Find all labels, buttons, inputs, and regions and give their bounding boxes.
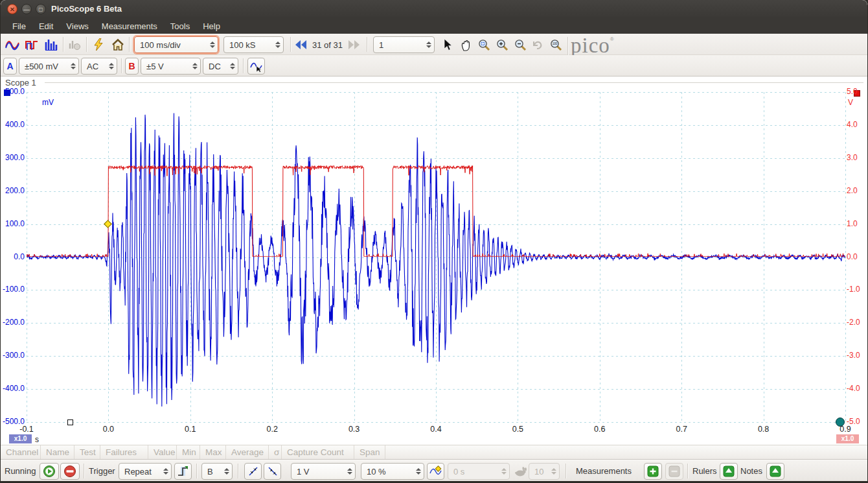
axis-tick-label: -4.0 [847,384,860,393]
notes-button[interactable] [766,463,784,480]
menu-item-help[interactable]: Help [196,19,227,33]
axis-tick-label: -100.0 [1,285,25,294]
post-trigger-spinbox[interactable]: 0 s [448,463,510,480]
maximize-button[interactable]: ▢ [36,4,46,14]
axis-tick-label: -400.0 [1,384,25,393]
menu-item-views[interactable]: Views [60,19,95,33]
spinner-arrows[interactable] [413,468,424,475]
add-measurement-button[interactable] [644,463,662,480]
rapid-capture-icon [512,464,528,479]
zoom-select-tool-button[interactable] [476,37,492,53]
trigger-mode-value: Repeat [119,467,160,477]
remove-icon [668,465,680,477]
trigger-label: Trigger [89,466,115,476]
spectrum-mode-button[interactable] [43,37,59,53]
scope-mode-button[interactable] [5,37,20,53]
channel-b-coupling-select[interactable]: DC [203,58,238,75]
zoom-100-button[interactable]: 100 [548,37,564,53]
toolbar-separator [367,37,367,52]
buffer-position-label: 31 of 31 [312,40,343,50]
channel-a-range-select[interactable]: ±500 mV [19,58,79,75]
start-button[interactable] [40,463,59,480]
channel-b-button[interactable]: B [125,58,139,75]
falling-edge-button[interactable] [264,463,281,480]
post-trigger-value: 0 s [448,467,498,477]
toolbar-separator [63,37,63,52]
spinner-arrows[interactable] [207,41,218,48]
trigger-source-select[interactable]: B [201,463,233,480]
scope-plot[interactable] [1,89,868,423]
spinner-arrows[interactable] [189,63,200,69]
spinner-arrows[interactable] [221,468,232,475]
channel-b-range-select[interactable]: ±5 V [141,58,201,75]
spinner-arrows[interactable] [498,468,509,475]
close-button[interactable]: ✕ [7,4,17,14]
remove-measurement-button[interactable] [665,463,683,480]
channel-a-button[interactable]: A [3,58,17,75]
axis-tick-label: 0.4 [422,425,450,434]
probe-settings-button[interactable] [247,58,265,75]
toolbar-separator [86,37,87,52]
stop-button[interactable] [60,463,80,480]
left-axis-unit: mV [42,98,54,107]
spinner-arrows[interactable] [344,468,355,475]
x-zoom-badge-right: x1.0 [836,434,859,443]
alarms-disabled-button[interactable] [67,37,82,53]
pointer-tool-button[interactable] [440,37,455,53]
pre-trigger-spinbox[interactable]: 10 % [361,463,424,480]
axis-tick-label: 0.0 [1,252,25,261]
axis-tick-label: 0.8 [749,425,778,434]
menu-item-edit[interactable]: Edit [32,19,60,33]
buffer-index-value: 1 [374,40,423,50]
column-header-sigma: σ [269,445,282,459]
pico-logo-registered: ® [610,36,614,42]
column-header-max: Max [200,445,226,459]
axis-tick-label: 0.5 [503,425,532,434]
x-zoom-badge-left: x1.0 [9,434,32,443]
axis-tick-label: 0.7 [667,425,696,434]
samples-spinbox[interactable]: 100 kS [223,36,284,53]
timebase-select[interactable]: 100 ms/div [134,36,218,53]
pico-logo-text: pico [571,34,610,57]
spinner-arrows[interactable] [106,63,117,69]
menu-item-measurements[interactable]: Measurements [95,19,164,33]
buffer-next-button[interactable] [347,37,361,53]
svg-text:100: 100 [552,42,557,45]
trigger-mode-select[interactable]: Repeat [119,463,172,480]
zoom-in-button[interactable] [494,37,510,53]
undo-zoom-button[interactable] [529,37,545,53]
axis-tick-label: 0.3 [340,425,369,434]
spinner-arrows[interactable] [423,41,434,48]
trigger-level-spinbox[interactable]: 1 V [291,463,356,480]
capture-count-spinbox[interactable]: 10 [529,463,560,480]
menu-item-file[interactable]: File [6,19,32,33]
channel-a-bottom-marker[interactable] [67,419,73,425]
channel-a-coupling-select[interactable]: AC [81,58,117,75]
zoom-out-button[interactable] [512,37,528,53]
home-button[interactable] [110,37,126,53]
persistence-mode-button[interactable] [24,37,40,53]
spinner-arrows[interactable] [160,468,171,475]
spinner-arrows[interactable] [67,63,78,69]
buffer-index-spinbox[interactable]: 1 [373,36,435,53]
auto-setup-button[interactable] [91,37,106,53]
menu-item-tools[interactable]: Tools [164,19,196,33]
spinner-arrows[interactable] [227,63,238,69]
advanced-trigger-button[interactable] [174,463,192,480]
rising-edge-button[interactable] [244,463,262,480]
rising-edge-icon [247,465,259,477]
trigger-marker-button[interactable] [427,463,444,480]
buffer-prev-button[interactable] [294,37,308,53]
column-header-test: Test [74,445,100,459]
spinner-arrows[interactable] [548,468,559,475]
spinner-arrows[interactable] [272,41,283,48]
column-header-capture-count: Capture Count [282,445,354,459]
trigger-source-value: B [202,467,221,477]
pan-tool-button[interactable] [458,37,474,53]
rulers-button[interactable] [720,463,738,480]
minimize-button[interactable]: — [21,4,32,14]
scope-tab[interactable]: Scope 1 [5,78,36,88]
measurements-table-header: ChannelNameTestFailuresValueMinMaxAverag… [1,445,867,460]
zoom-select-icon [478,39,490,51]
timebase-value: 100 ms/div [135,40,207,50]
